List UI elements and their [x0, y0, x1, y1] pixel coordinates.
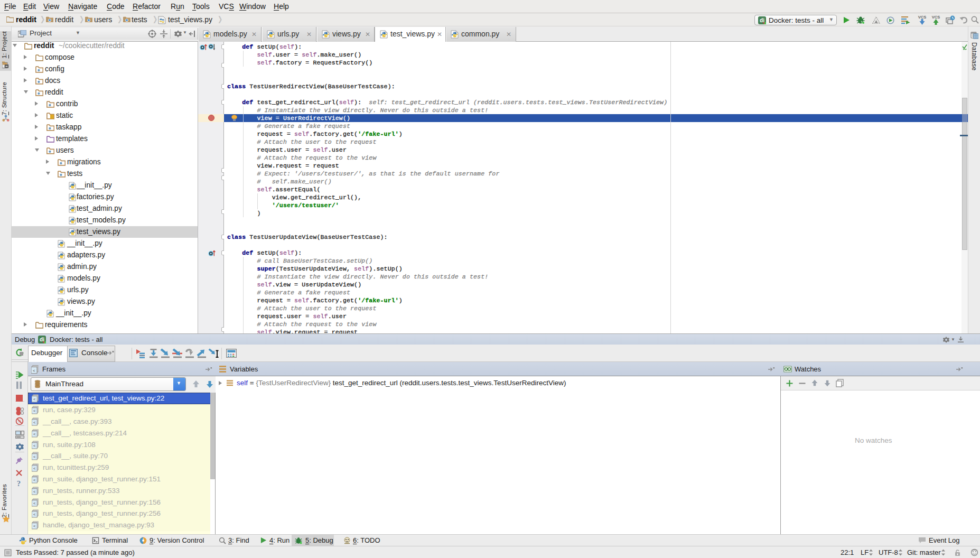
svg-text:VCS: VCS [932, 15, 940, 20]
svg-text:?: ? [17, 479, 21, 488]
svg-text:VCS: VCS [918, 15, 926, 20]
